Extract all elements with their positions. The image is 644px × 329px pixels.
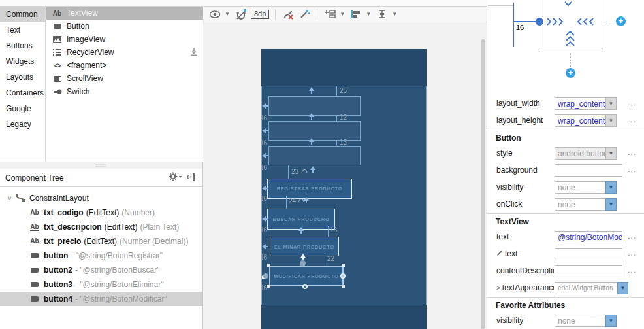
background-input[interactable] bbox=[555, 164, 622, 177]
expander-icon[interactable]: > bbox=[496, 285, 500, 292]
onclick-combo[interactable]: none bbox=[555, 198, 605, 211]
gear-icon[interactable] bbox=[169, 172, 182, 183]
contentdescription-input[interactable] bbox=[555, 265, 622, 277]
constraint-arrow-left-icon bbox=[262, 103, 266, 109]
align-caret-icon[interactable]: ▼ bbox=[366, 11, 372, 17]
constraint-anchor-right[interactable] bbox=[340, 273, 346, 279]
combo-arrow-icon[interactable]: ▼ bbox=[605, 198, 617, 211]
button-registrar[interactable]: REGISTRAR PRODUCTO bbox=[267, 179, 352, 199]
margin-tick bbox=[325, 254, 325, 266]
palette-item-switch[interactable]: Switch bbox=[46, 85, 203, 98]
combo-value: none bbox=[558, 183, 575, 192]
pack-icon[interactable] bbox=[323, 8, 336, 21]
resize-handle[interactable] bbox=[267, 264, 270, 267]
palette-category-google[interactable]: Google bbox=[0, 101, 45, 116]
constraint-margin-left[interactable]: 16 bbox=[516, 24, 524, 31]
constraint-anchor-left[interactable] bbox=[263, 273, 268, 279]
download-icon[interactable] bbox=[190, 48, 198, 58]
more-options-button[interactable]: ... bbox=[628, 98, 636, 107]
add-constraint-right[interactable]: + bbox=[616, 16, 626, 26]
edittext-txt-precio[interactable] bbox=[268, 146, 361, 165]
palette-item-imageview[interactable]: ImageView bbox=[46, 33, 203, 46]
resize-handle[interactable] bbox=[342, 264, 345, 267]
constraint-anchor-bottom[interactable] bbox=[302, 284, 308, 289]
tree-row-button4[interactable]: button4- "@string/BotonModificar" bbox=[0, 292, 202, 306]
guidelines-icon[interactable] bbox=[376, 8, 389, 21]
tree-row-button2[interactable]: button2- "@string/BotonBuscar" bbox=[0, 263, 202, 277]
palette-item-scrollview[interactable]: ScrollView bbox=[46, 72, 203, 85]
palette-category-layouts[interactable]: Layouts bbox=[0, 69, 45, 85]
vertical-scrollbar[interactable] bbox=[481, 39, 485, 329]
button-modificar-selected[interactable]: MODIFICAR PRODUCTO bbox=[269, 266, 344, 286]
more-options-button[interactable]: ... bbox=[628, 249, 636, 258]
attr-section-button: Button bbox=[487, 130, 644, 145]
fragment-icon: <> bbox=[52, 61, 63, 70]
tree-row-txt_descripcion[interactable]: Abtxt_descripcion(EditText)(Plain Text) bbox=[0, 220, 202, 234]
palette-category-buttons[interactable]: Buttons bbox=[0, 38, 45, 54]
device-screen[interactable]: REGISTRAR PRODUCTO BUSCAR PRODUCRO ELIMI… bbox=[261, 49, 427, 329]
palette-category-widgets[interactable]: Widgets bbox=[0, 54, 45, 69]
tree-row-txt_codigo[interactable]: Abtxt_codigo(EditText)(Number) bbox=[0, 205, 202, 220]
tree-row-button[interactable]: button- "@string/BotonRegistrar" bbox=[0, 249, 202, 263]
visibility-combo[interactable]: none bbox=[555, 315, 605, 327]
resize-handle[interactable] bbox=[342, 285, 345, 288]
palette-item-fragment[interactable]: <><fragment> bbox=[46, 59, 203, 72]
attr-row-textappearance: >textAppearanceerial.Widget.Button▼ bbox=[487, 280, 644, 297]
layout_height-combo[interactable]: wrap_content bbox=[555, 114, 605, 127]
tree-node-name: button4 bbox=[44, 294, 72, 303]
palette-item-textview[interactable]: AbTextView bbox=[46, 7, 203, 20]
combo-arrow-icon[interactable]: ▼ bbox=[605, 114, 617, 127]
tree-node-name: txt_precio bbox=[44, 237, 81, 246]
clear-constraints-icon[interactable] bbox=[282, 8, 295, 21]
constraint-anchor-top[interactable] bbox=[300, 260, 306, 266]
style-combo[interactable]: android:button bbox=[555, 147, 605, 160]
collapse-all-icon[interactable] bbox=[187, 173, 196, 183]
resize-handle[interactable] bbox=[267, 285, 270, 288]
autoconnect-off-icon[interactable] bbox=[234, 8, 248, 21]
attr-section-textview: TextView bbox=[487, 213, 644, 229]
layout_width-combo[interactable]: wrap_content bbox=[555, 97, 605, 110]
more-options-button[interactable]: ... bbox=[628, 148, 636, 157]
constraint-arrow-up-icon bbox=[298, 227, 304, 231]
palette-item-label: ScrollView bbox=[67, 74, 103, 83]
textappearance-combo[interactable]: erial.Widget.Button bbox=[555, 282, 617, 294]
pack-caret-icon[interactable]: ▼ bbox=[340, 11, 346, 17]
align-icon[interactable] bbox=[349, 8, 362, 21]
combo-arrow-icon[interactable]: ▼ bbox=[617, 282, 628, 294]
more-options-button[interactable]: ... bbox=[628, 232, 636, 241]
chevron-down-icon[interactable]: ˅ bbox=[5, 195, 14, 202]
edittext-txt-descripcion[interactable] bbox=[268, 121, 361, 141]
visibility-combo[interactable]: none bbox=[555, 181, 605, 194]
view-options-icon[interactable] bbox=[208, 8, 221, 21]
text-input[interactable]: @string/BotonModificar bbox=[555, 231, 622, 243]
pencil-icon bbox=[496, 251, 503, 258]
text-input[interactable] bbox=[555, 248, 622, 260]
constraint-widget-box-left bbox=[539, 0, 539, 52]
tree-row-constraintlayout[interactable]: ˅ConstraintLayout bbox=[0, 191, 202, 205]
more-options-button[interactable]: ... bbox=[628, 165, 636, 174]
palette-category-text[interactable]: Text bbox=[0, 22, 45, 38]
combo-arrow-icon[interactable]: ▼ bbox=[605, 97, 617, 110]
edittext-txt-codigo[interactable] bbox=[268, 96, 361, 116]
palette-item-recyclerview[interactable]: RecyclerView bbox=[46, 46, 203, 59]
palette-category-common[interactable]: Common bbox=[0, 7, 45, 22]
tree-row-txt_precio[interactable]: Abtxt_precio(EditText)(Number (Decimal)) bbox=[0, 234, 202, 249]
palette-category-containers[interactable]: Containers bbox=[0, 85, 45, 101]
palette-category-legacy[interactable]: Legacy bbox=[0, 116, 45, 132]
tree-row-button3[interactable]: button3- "@string/BotonEliminar" bbox=[0, 277, 202, 292]
view-options-caret-icon[interactable]: ▼ bbox=[225, 11, 231, 17]
constraint-dot[interactable] bbox=[536, 18, 543, 26]
combo-arrow-icon[interactable]: ▼ bbox=[605, 147, 617, 160]
combo-arrow-icon[interactable]: ▼ bbox=[605, 315, 617, 327]
default-margin-button[interactable]: 8dp bbox=[251, 10, 269, 19]
more-options-button[interactable]: ... bbox=[628, 115, 636, 124]
guidelines-caret-icon[interactable]: ▼ bbox=[392, 11, 398, 17]
panel-splitter[interactable]: :::::: bbox=[0, 162, 203, 169]
combo-arrow-icon[interactable]: ▼ bbox=[605, 181, 617, 194]
add-constraint-bottom[interactable]: + bbox=[566, 68, 575, 78]
constraintlayout-bounds[interactable]: REGISTRAR PRODUCTO BUSCAR PRODUCRO ELIMI… bbox=[261, 86, 427, 305]
infer-constraints-icon[interactable] bbox=[298, 8, 311, 21]
design-surface[interactable]: REGISTRAR PRODUCTO BUSCAR PRODUCRO ELIMI… bbox=[203, 22, 487, 329]
palette-item-button[interactable]: Button bbox=[46, 20, 203, 33]
more-options-button[interactable]: ... bbox=[628, 266, 636, 275]
